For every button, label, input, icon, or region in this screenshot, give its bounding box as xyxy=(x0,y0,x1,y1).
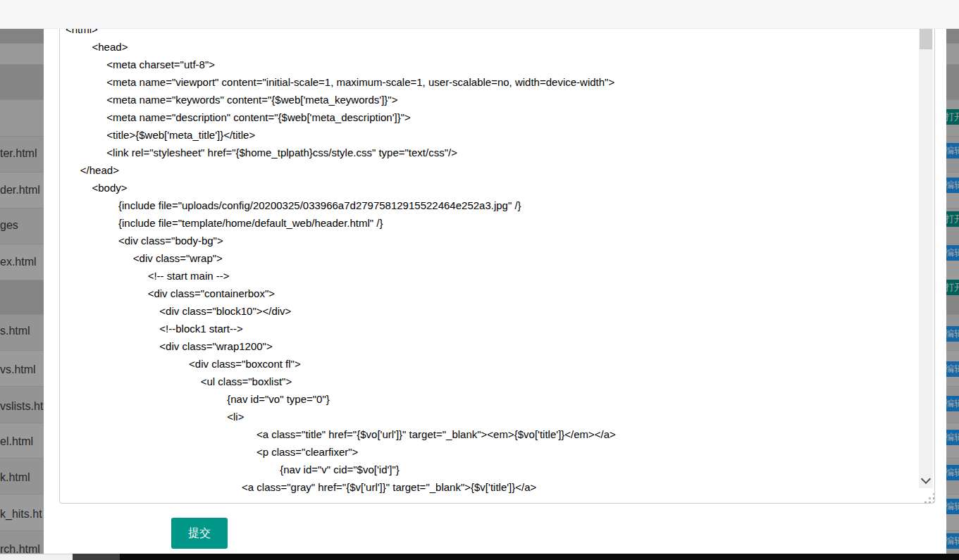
submit-button[interactable]: 提交 xyxy=(171,518,228,549)
page-header-strip xyxy=(0,0,959,29)
template-code-textarea[interactable]: <html> <head> <meta charset="utf-8"> <me… xyxy=(59,20,935,504)
scrollbar-thumb[interactable] xyxy=(920,28,932,49)
horizontal-scrollbar-track[interactable] xyxy=(0,554,73,560)
horizontal-scrollbar-thumb[interactable] xyxy=(73,554,120,560)
horizontal-scrollbar[interactable] xyxy=(0,554,959,560)
vertical-scrollbar[interactable] xyxy=(919,20,933,488)
template-code-content: <html> <head> <meta charset="utf-8"> <me… xyxy=(60,20,934,496)
edit-template-modal: <html> <head> <meta charset="utf-8"> <me… xyxy=(44,0,946,554)
resize-grip-icon[interactable] xyxy=(924,502,927,504)
chevron-down-icon[interactable] xyxy=(921,474,931,484)
